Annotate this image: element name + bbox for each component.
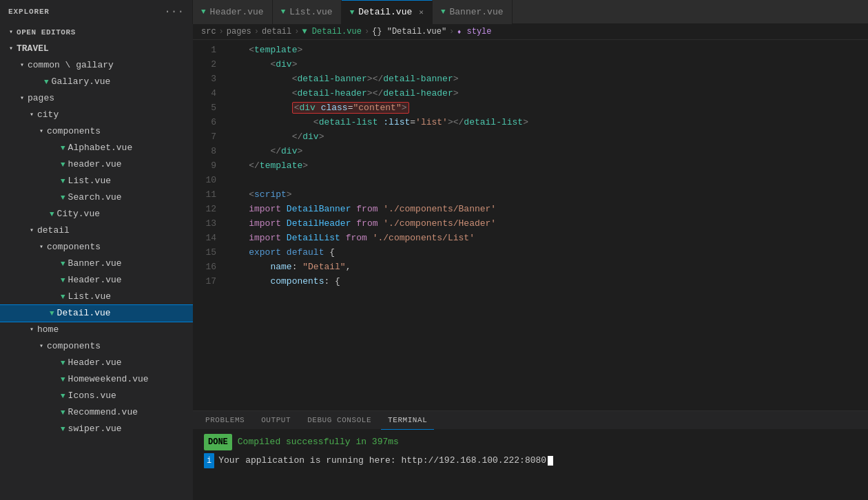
- crumb-obj: {} "Detail.vue": [372, 27, 446, 37]
- sidebar-item-alphabet-vue[interactable]: ▼ Alphabet.vue: [0, 140, 193, 156]
- sidebar-item-swiper-vue[interactable]: ▼ swiper.vue: [0, 421, 193, 437]
- sidebar: OPEN EDITORS TRAVEL common \ gallary ▼ G…: [0, 24, 193, 500]
- sidebar-item-list-city-vue[interactable]: ▼ List.vue: [0, 173, 193, 189]
- sidebar-item-banner-vue[interactable]: ▼ Banner.vue: [0, 256, 193, 272]
- code-line-15: 15 export default {: [193, 245, 868, 260]
- terminal-compile-line: DONE Compiled successfully in 397ms: [204, 434, 857, 450]
- lc-15: export default {: [227, 245, 868, 260]
- vue-icon-icons: ▼: [61, 388, 65, 404]
- sidebar-item-detail-folder[interactable]: detail: [0, 222, 193, 239]
- sidebar-open-editors[interactable]: OPEN EDITORS: [0, 24, 193, 41]
- tab-list-label: List.vue: [289, 7, 332, 17]
- vue-icon-gallary: ▼: [44, 74, 49, 90]
- sidebar-item-homeweekend-vue[interactable]: ▼ Homeweekend.vue: [0, 371, 193, 388]
- tab-output[interactable]: OUTPUT: [254, 411, 298, 430]
- sidebar-item-search-vue[interactable]: ▼ Search.vue: [0, 189, 193, 206]
- code-line-5: 5 <div class="content">: [193, 101, 868, 115]
- vue-icon-banner-tree: ▼: [61, 256, 65, 271]
- terminal-tabs: PROBLEMS OUTPUT DEBUG CONSOLE TERMINAL: [193, 411, 868, 430]
- code-line-2: 2 <div>: [193, 57, 868, 72]
- terminal-cursor: [548, 456, 553, 466]
- ln-13: 13: [193, 216, 227, 231]
- tab-banner[interactable]: ▼ Banner.vue: [433, 0, 513, 24]
- sidebar-item-icons-vue[interactable]: ▼ Icons.vue: [0, 388, 193, 404]
- vue-icon-header-city: ▼: [61, 157, 65, 172]
- lc-11: <script>: [227, 187, 868, 202]
- sidebar-item-components-city[interactable]: components: [0, 123, 193, 140]
- tab-output-label: OUTPUT: [261, 416, 291, 424]
- open-editors-label: OPEN EDITORS: [17, 25, 76, 40]
- vue-icon-alphabet: ▼: [61, 140, 65, 156]
- tab-banner-label: Banner.vue: [450, 7, 504, 17]
- sidebar-item-header-home-vue[interactable]: ▼ Header.vue: [0, 355, 193, 371]
- tab-detail[interactable]: ▼ Detail.vue ✕: [342, 0, 433, 24]
- compile-message: Compiled successfully in 397ms: [238, 435, 399, 450]
- sidebar-item-header-city-vue[interactable]: ▼ header.vue: [0, 156, 193, 173]
- arrow-common: [17, 58, 28, 73]
- code-line-4: 4 <detail-header></detail-header>: [193, 86, 868, 101]
- lc-5: <div class="content">: [227, 101, 868, 115]
- crumb-style: ⬧ style: [457, 27, 491, 37]
- sidebar-item-home-folder[interactable]: home: [0, 322, 193, 338]
- vue-icon-list: ▼: [281, 8, 286, 16]
- city-label: city: [37, 107, 59, 123]
- tab-header[interactable]: ▼ Header.vue: [193, 0, 273, 24]
- ln-17: 17: [193, 274, 227, 289]
- tab-debug-console[interactable]: DEBUG CONSOLE: [300, 411, 378, 430]
- code-line-14: 14 import DetailList from './components/…: [193, 231, 868, 245]
- lc-8: </div>: [227, 144, 868, 158]
- tab-terminal[interactable]: TERMINAL: [381, 411, 434, 430]
- tab-detail-label: Detail.vue: [358, 7, 412, 17]
- detail-vue-label: Detail.vue: [57, 306, 111, 321]
- tab-problems-label: PROBLEMS: [205, 416, 245, 424]
- ln-10: 10: [193, 173, 227, 187]
- terminal-marker: i: [204, 453, 214, 468]
- header-detail-vue-label: Header.vue: [68, 273, 122, 288]
- ln-2: 2: [193, 57, 227, 72]
- sidebar-item-common-gallary[interactable]: common \ gallary: [0, 57, 193, 74]
- terminal-content: DONE Compiled successfully in 397ms i Yo…: [193, 430, 868, 500]
- arrow-city: [26, 107, 37, 123]
- vue-icon-banner: ▼: [441, 8, 446, 16]
- swiper-vue-label: swiper.vue: [68, 421, 122, 437]
- sidebar-item-header-detail-vue[interactable]: ▼ Header.vue: [0, 272, 193, 289]
- ln-16: 16: [193, 260, 227, 274]
- tab-close-button[interactable]: ✕: [419, 8, 424, 17]
- explorer-dots[interactable]: ···: [164, 6, 184, 18]
- sidebar-travel[interactable]: TRAVEL: [0, 41, 193, 57]
- code-line-6: 6 <detail-list :list='list'></detail-lis…: [193, 115, 868, 129]
- arrow-home: [26, 322, 37, 337]
- vue-icon-header-detail: ▼: [61, 273, 65, 288]
- header-home-vue-label: Header.vue: [68, 355, 122, 371]
- tab-problems[interactable]: PROBLEMS: [198, 411, 251, 430]
- tab-header-label: Header.vue: [210, 7, 264, 17]
- homeweekend-vue-label: Homeweekend.vue: [68, 372, 149, 387]
- common-gallary-label: common \ gallary: [28, 58, 114, 73]
- code-line-12: 12 import DetailBanner from './component…: [193, 202, 868, 216]
- editor-area: src › pages › detail › ▼ Detail.vue › {}…: [193, 24, 868, 500]
- sidebar-item-gallary-vue[interactable]: ▼ Gallary.vue: [0, 74, 193, 90]
- search-vue-label: Search.vue: [68, 190, 122, 205]
- sidebar-item-components-home[interactable]: components: [0, 338, 193, 355]
- lc-14: import DetailList from './components/Lis…: [227, 231, 868, 245]
- tab-terminal-label: TERMINAL: [388, 416, 427, 424]
- sidebar-item-detail-vue[interactable]: ▼ Detail.vue: [0, 305, 193, 322]
- lc-1: <template>: [227, 43, 868, 57]
- sidebar-item-list-detail-vue[interactable]: ▼ List.vue: [0, 289, 193, 305]
- lc-2: <div>: [227, 57, 868, 72]
- sidebar-item-components-detail[interactable]: components: [0, 239, 193, 256]
- tabs-bar: EXPLORER ··· ▼ Header.vue ▼ List.vue ▼ D…: [0, 0, 868, 24]
- code-editor[interactable]: 1 <template> 2 <div> 3 <detail-banner></…: [193, 40, 868, 410]
- sidebar-item-city-vue[interactable]: ▼ City.vue: [0, 206, 193, 222]
- lc-9: </template>: [227, 158, 868, 173]
- ln-11: 11: [193, 187, 227, 202]
- banner-vue-label: Banner.vue: [68, 256, 122, 271]
- arrow-open-editors: [6, 25, 17, 40]
- ln-12: 12: [193, 202, 227, 216]
- sidebar-item-pages[interactable]: pages: [0, 90, 193, 107]
- icons-vue-label: Icons.vue: [68, 388, 116, 404]
- sidebar-item-city[interactable]: city: [0, 107, 193, 123]
- tab-list[interactable]: ▼ List.vue: [273, 0, 342, 24]
- arrow-components-detail: [36, 240, 47, 255]
- sidebar-item-recommend-vue[interactable]: ▼ Recommend.vue: [0, 404, 193, 421]
